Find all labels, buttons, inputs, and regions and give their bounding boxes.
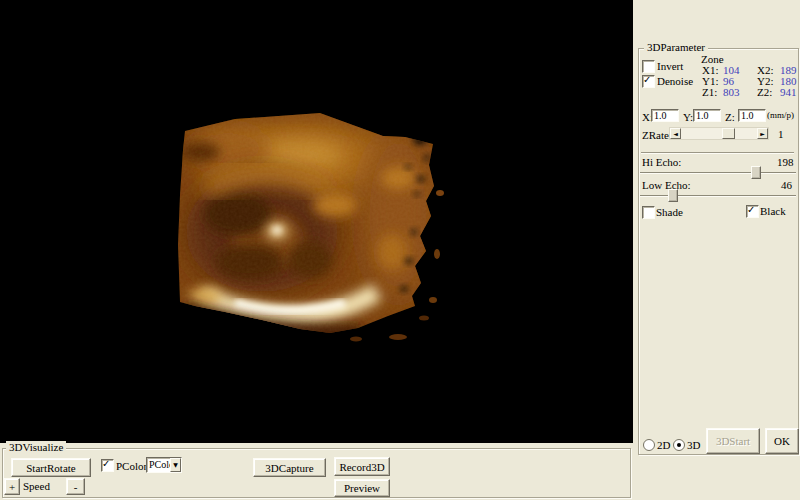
mode-3d-radio[interactable] — [673, 439, 685, 451]
hi-echo-slider-thumb[interactable] — [751, 166, 761, 179]
hi-echo-slider[interactable] — [640, 172, 796, 174]
visualize-groupbox-title: 3DVisualize — [6, 441, 66, 453]
denoise-checkbox[interactable]: ✓ — [642, 75, 655, 88]
pcolor-label: PColor — [116, 461, 147, 472]
app-window: 3DParameter Invert ✓ Denoise Zone X1: 10… — [0, 0, 800, 500]
black-label: Black — [760, 206, 786, 217]
mode-3d-label: 3D — [687, 440, 700, 451]
checkmark-icon: ✓ — [747, 203, 755, 216]
zone-z1-label: Z1: — [702, 87, 717, 98]
separator-line — [641, 152, 794, 154]
preview-button[interactable]: Preview — [334, 479, 390, 497]
low-echo-value: 46 — [781, 180, 792, 191]
hi-echo-value: 198 — [777, 157, 794, 168]
checkmark-icon: ✓ — [102, 457, 110, 470]
scroll-right-icon: ► — [760, 131, 765, 137]
z-scale-label: Z: — [725, 112, 735, 123]
shade-label: Shade — [656, 207, 683, 218]
zrate-scroll-thumb[interactable] — [722, 128, 735, 139]
capture-3d-button[interactable]: 3DCapture — [253, 458, 326, 477]
radio-dot-icon — [677, 443, 681, 447]
low-echo-slider-thumb[interactable] — [668, 189, 678, 202]
shade-checkbox[interactable] — [642, 206, 655, 219]
visualize-groupbox: 3DVisualize StartRotate + Speed - ✓ PCol… — [2, 448, 631, 498]
zrate-scroll-left-button[interactable]: ◄ — [670, 128, 681, 139]
low-echo-slider[interactable] — [640, 195, 796, 197]
ok-button[interactable]: OK — [765, 428, 799, 454]
scroll-left-icon: ◄ — [673, 131, 678, 137]
y-scale-label: Y: — [683, 112, 693, 123]
scale-unit-label: (mm/p) — [767, 110, 794, 121]
speed-plus-button[interactable]: + — [4, 478, 20, 495]
mode-2d-label: 2D — [657, 440, 670, 451]
zrate-label: ZRate — [642, 130, 669, 141]
chevron-down-icon: ▼ — [173, 462, 178, 468]
param-groupbox: 3DParameter Invert ✓ Denoise Zone X1: 10… — [638, 48, 799, 455]
zone-z2-value: 941 — [780, 87, 797, 98]
zone-z2-label: Z2: — [757, 87, 772, 98]
zrate-scroll-right-button[interactable]: ► — [757, 128, 768, 139]
x-scale-input[interactable] — [651, 109, 679, 122]
denoise-label: Denoise — [657, 76, 693, 87]
speed-label: Speed — [23, 481, 50, 492]
pcolor-dropdown-arrow-button[interactable]: ▼ — [170, 458, 181, 472]
speed-minus-button[interactable]: - — [66, 478, 85, 495]
pcolor-checkbox[interactable]: ✓ — [101, 459, 114, 472]
start-rotate-button[interactable]: StartRotate — [11, 458, 91, 477]
pcolor-dropdown[interactable]: PColor ▼ — [146, 457, 182, 473]
zrate-scrollbar[interactable]: ◄ ► — [669, 127, 769, 140]
invert-label: Invert — [657, 61, 683, 72]
start-3d-button[interactable]: 3DStart — [706, 428, 760, 454]
zone-z1-value: 803 — [723, 87, 740, 98]
invert-checkbox[interactable] — [642, 60, 655, 73]
render-viewport[interactable] — [0, 0, 633, 443]
mode-2d-radio[interactable] — [643, 439, 655, 451]
checkmark-icon: ✓ — [643, 73, 651, 86]
y-scale-input[interactable] — [693, 109, 721, 122]
param-groupbox-title: 3DParameter — [644, 41, 708, 53]
black-checkbox[interactable]: ✓ — [746, 205, 759, 218]
zrate-value: 1 — [778, 129, 784, 140]
z-scale-input[interactable] — [738, 109, 766, 122]
low-echo-label: Low Echo: — [642, 180, 691, 191]
ultrasound-render-image — [0, 0, 633, 443]
record-3d-button[interactable]: Record3D — [334, 457, 390, 476]
hi-echo-label: Hi Echo: — [642, 157, 681, 168]
